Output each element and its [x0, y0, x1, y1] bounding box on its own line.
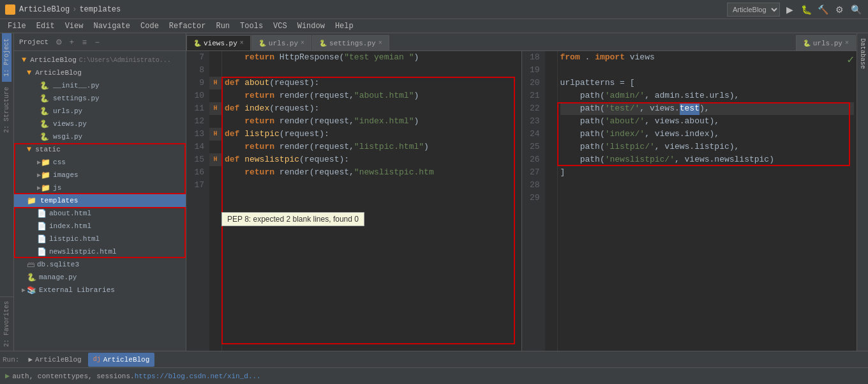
tree-item-js[interactable]: ▶ 📁 js [14, 181, 186, 194]
panel-settings-button[interactable]: ≡ [79, 37, 89, 47]
tab-urls-close[interactable]: × [301, 40, 304, 47]
right-editor-pane: ✓ 18 19 20 21 22 23 24 25 26 27 [521, 51, 857, 351]
left-code-lines[interactable]: return HttpResponse("test yemian ") def … [222, 51, 521, 351]
status-bar: ▶ auth, contenttypes, sessions. https://… [0, 367, 868, 384]
tree-item-articleblog[interactable]: ▼ ArticleBlog [14, 66, 186, 79]
menu-view[interactable]: View [60, 19, 89, 33]
tree-item-listpic-html[interactable]: 📄 listpic.html [14, 233, 186, 245]
tree-item-wsgi-py[interactable]: 🐍 wsgi.py [14, 130, 186, 143]
right-code-lines[interactable]: from . import views urlpatterns = [ path… [558, 51, 857, 351]
tree-item-index-html[interactable]: 📄 index.html [14, 220, 186, 233]
code-line-16: return render(request,"newslistpic.htm [225, 166, 519, 179]
tree-item-newslistpic-html[interactable]: 📄 newslistpic.html [14, 245, 186, 258]
left-line-numbers: 7 8 9 10 11 12 13 14 15 16 17 [186, 51, 209, 351]
py-tab-icon2: 🐍 [258, 40, 266, 47]
tree-label-extlibs: External Libraries [39, 286, 115, 294]
panel-gear-button[interactable]: ⚙ [54, 37, 64, 47]
build-button[interactable]: 🔨 [816, 3, 830, 17]
tab-settings-label: settings.py [329, 40, 376, 47]
tree-item-db-sqlite3[interactable]: 🗃 db.sqlite3 [14, 258, 186, 271]
file-check-icon: ✓ [847, 52, 854, 66]
tree-item-templates[interactable]: 📁 templates [14, 194, 186, 207]
code-line-14: return render(request,"listpic.html") [225, 141, 519, 153]
project-panel: Project ⚙ + ≡ − ▼ ArticleBlog C:\Users\A… [14, 33, 186, 351]
bottom-tabs: Run: ▶ ArticleBlog dj ArticleBlog 2: Fav… [0, 351, 868, 367]
tree-item-ext-libs[interactable]: ▶ 📚 External Libraries [14, 284, 186, 296]
breadcrumb-separator: › [72, 5, 77, 14]
project-path: C:\Users\Administrato... [79, 57, 171, 64]
tree-item-articleblog-project[interactable]: ▼ ArticleBlog C:\Users\Administrato... [14, 54, 186, 66]
bottom-tab-run[interactable]: ▶ ArticleBlog [23, 353, 86, 367]
tree-item-urls-py[interactable]: 🐍 urls.py [14, 105, 186, 118]
right-strip: Database [857, 33, 868, 351]
tree-item-static[interactable]: ▼ static [14, 143, 186, 156]
menu-navigate[interactable]: Navigate [88, 19, 135, 33]
title-bar: ArticleBlog › templates ArticleBlog ▶ 🐛 … [0, 0, 868, 19]
panel-close-button[interactable]: − [92, 37, 102, 47]
tree-label-project: ArticleBlog [30, 56, 77, 64]
py-tab-icon4: 🐍 [803, 40, 811, 47]
debug-button[interactable]: 🐛 [799, 3, 813, 17]
expand-icon-extlibs: ▶ [22, 286, 26, 294]
rcode-line-19 [560, 64, 855, 77]
rcode-line-24: path('index/', views.index), [560, 128, 855, 141]
tree-label-settings: settings.py [53, 95, 100, 102]
menu-window[interactable]: Window [292, 19, 330, 33]
tree-item-init-py[interactable]: 🐍 __init__.py [14, 79, 186, 92]
left-editor-pane: 7 8 9 10 11 12 13 14 15 16 17 [186, 51, 521, 351]
tab-views-close[interactable]: × [240, 40, 244, 47]
bottom-tab-articleblog[interactable]: dj ArticleBlog [88, 353, 155, 367]
favorites-tab[interactable]: 2: Favorites [2, 297, 11, 351]
code-line-15: def newslistpic(request): [225, 153, 519, 166]
project-panel-tab[interactable]: 1: Project [2, 33, 11, 82]
tree-label-static: static [35, 146, 61, 153]
rcode-line-22: path('test/', views.test), [560, 102, 855, 115]
menu-run[interactable]: Run [211, 19, 235, 33]
menu-refactor[interactable]: Refactor [164, 19, 211, 33]
tab-urls-py[interactable]: 🐍 urls.py × [251, 35, 311, 50]
tree-item-manage-py[interactable]: 🐍 manage.py [14, 271, 186, 284]
tree-label-about-html: about.html [49, 210, 91, 217]
tree-item-images[interactable]: ▶ 📁 images [14, 169, 186, 181]
menu-tools[interactable]: Tools [235, 19, 268, 33]
rcode-line-23: path('about/', views.about), [560, 115, 855, 128]
rcode-line-26: path('newslistpic/', views.newslistpic) [560, 153, 855, 166]
menu-code[interactable]: Code [135, 19, 164, 33]
panel-add-button[interactable]: + [66, 37, 77, 47]
tab-urls-py-right[interactable]: 🐍 urls.py × [796, 35, 856, 50]
favorites-strip: 2: Favorites [0, 296, 14, 351]
run-icon: ▶ [28, 355, 33, 364]
ext-libs-icon: 📚 [27, 286, 36, 295]
tree-label-newslistpic-html: newslistpic.html [49, 248, 117, 256]
tree-item-settings-py[interactable]: 🐍 settings.py [14, 92, 186, 105]
db-icon: 🗃 [27, 260, 34, 270]
app-name: ArticleBlog [19, 5, 70, 14]
tree-item-css[interactable]: ▶ 📁 css [14, 156, 186, 169]
tree-item-views-py[interactable]: 🐍 views.py [14, 118, 186, 130]
settings-button[interactable]: ⚙ [832, 3, 846, 17]
status-url: https://blog.csdn.net/xin_d... [135, 372, 261, 380]
tab-settings-close[interactable]: × [378, 40, 382, 47]
project-selector[interactable]: ArticleBlog [727, 3, 780, 17]
tab-urls-right-close[interactable]: × [845, 40, 849, 47]
search-button[interactable]: 🔍 [849, 3, 863, 17]
code-line-17 [225, 179, 519, 192]
breadcrumb: templates [79, 5, 121, 14]
tab-views-py[interactable]: 🐍 views.py × [186, 35, 251, 50]
run-label: Run: [3, 356, 19, 364]
run-button[interactable]: ▶ [782, 3, 797, 17]
right-line-numbers: 18 19 20 21 22 23 24 25 26 27 28 29 [522, 51, 545, 351]
menu-help[interactable]: Help [330, 19, 359, 33]
folder-icon-images: 📁 [41, 171, 50, 180]
tab-settings-py[interactable]: 🐍 settings.py × [312, 35, 389, 50]
panel-title: Project [19, 38, 49, 46]
menu-vcs[interactable]: VCS [268, 19, 292, 33]
database-panel-tab[interactable]: Database [858, 33, 867, 74]
tree-label-index-html: index.html [49, 222, 91, 230]
menu-edit[interactable]: Edit [31, 19, 60, 33]
menu-file[interactable]: File [3, 19, 31, 33]
code-line-11: def index(request): [225, 102, 519, 115]
tree-label-articleblog: ArticleBlog [35, 69, 82, 77]
structure-panel-tab[interactable]: 2: Structure [2, 82, 11, 138]
tree-item-about-html[interactable]: 📄 about.html [14, 207, 186, 220]
